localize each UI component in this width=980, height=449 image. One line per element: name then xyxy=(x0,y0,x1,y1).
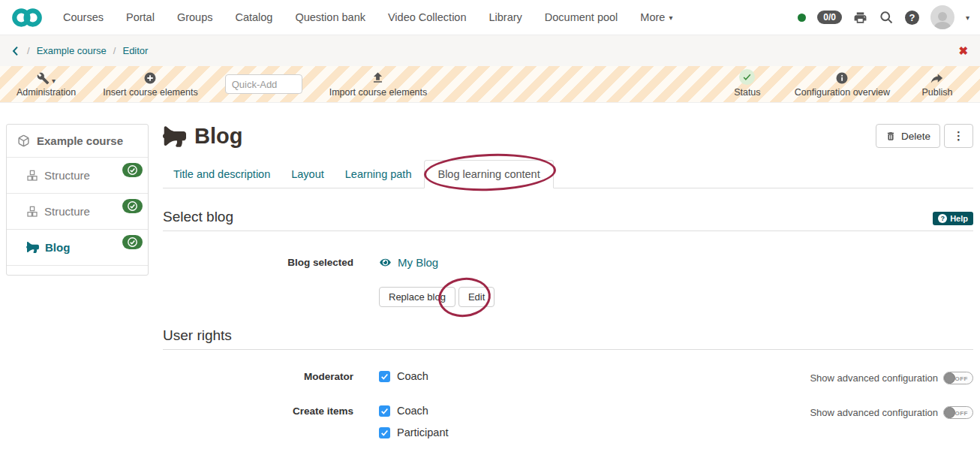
tree-item-structure-2[interactable]: Structure xyxy=(7,194,148,230)
tree-footer xyxy=(7,266,148,275)
nav-item-catalog[interactable]: Catalog xyxy=(235,11,272,23)
toolbar-right-group: Status Configuration overview Publish xyxy=(700,71,963,98)
chat-counter-badge[interactable]: 0/0 xyxy=(817,11,842,24)
checkbox-checked[interactable] xyxy=(379,371,390,382)
breadcrumb: / Example course / Editor ✖ xyxy=(0,35,980,66)
blog-actions-row: Replace blog Edit xyxy=(163,287,973,307)
my-blog-link[interactable]: My Blog xyxy=(379,256,438,269)
moderator-row: Moderator Coach Show advanced configurat… xyxy=(163,371,973,384)
green-check-badge xyxy=(122,199,143,213)
breadcrumb-course-link[interactable]: Example course xyxy=(37,45,107,56)
search-icon[interactable] xyxy=(879,10,894,25)
chevron-down-icon: ▾ xyxy=(669,14,672,22)
toggle-knob xyxy=(944,372,955,384)
kebab-icon: ⋮ xyxy=(953,129,964,143)
content-area: Example course Structure Structure xyxy=(0,103,980,438)
delete-button[interactable]: Delete xyxy=(876,124,940,148)
nav-item-document-pool[interactable]: Document pool xyxy=(545,11,618,23)
import-course-elements-button[interactable]: Import course elements xyxy=(329,71,428,98)
megaphone-icon xyxy=(26,242,39,253)
main-panel: Blog Delete ⋮ Title and description Layo… xyxy=(163,124,973,438)
quick-add-input[interactable] xyxy=(225,74,302,94)
advanced-config-toggle[interactable]: OFF xyxy=(943,406,973,419)
tab-blog-learning-content[interactable]: Blog learning content xyxy=(424,160,553,188)
advanced-config-row-2: Show advanced configuration OFF xyxy=(810,405,973,419)
publish-arrow-icon xyxy=(930,71,945,85)
help-button[interactable]: ? Help xyxy=(933,212,973,225)
chevron-down-icon[interactable]: ▾ xyxy=(966,14,969,22)
tab-layout[interactable]: Layout xyxy=(281,161,335,188)
nav-item-groups[interactable]: Groups xyxy=(177,11,213,23)
top-navbar: Courses Portal Groups Catalog Question b… xyxy=(0,0,980,35)
blog-selected-row: Blog selected My Blog xyxy=(163,256,973,269)
create-items-label: Create items xyxy=(163,405,353,417)
create-items-row: Create items Coach Participant Show adva… xyxy=(163,405,973,438)
toggle-knob xyxy=(944,407,955,418)
question-circle-icon: ? xyxy=(938,214,947,223)
select-blog-section-header: Select blog ? Help xyxy=(163,209,973,231)
create-items-coach-option: Coach xyxy=(379,405,449,417)
nav-item-question-bank[interactable]: Question bank xyxy=(295,11,365,23)
status-button[interactable]: Status xyxy=(721,71,774,98)
structure-blocks-icon xyxy=(26,206,38,218)
back-chevron-icon[interactable] xyxy=(12,46,19,56)
trash-icon xyxy=(885,131,896,142)
page-title: Blog xyxy=(163,124,242,149)
more-options-kebab-button[interactable]: ⋮ xyxy=(944,124,973,148)
green-check-badge xyxy=(122,235,143,249)
replace-blog-button[interactable]: Replace blog xyxy=(379,287,455,307)
topnav-right-group: 0/0 ? ▾ xyxy=(798,5,969,29)
blog-selected-label: Blog selected xyxy=(163,257,353,268)
configuration-overview-button[interactable]: Configuration overview xyxy=(795,71,890,98)
wrench-icon xyxy=(37,72,50,85)
breadcrumb-separator: / xyxy=(27,45,30,56)
advanced-config-toggle[interactable]: OFF xyxy=(943,372,973,384)
user-rights-section-header: User rights xyxy=(163,327,973,350)
user-rights-heading: User rights xyxy=(163,327,232,344)
course-tree-sidebar: Example course Structure Structure xyxy=(6,124,149,276)
breadcrumb-editor-link[interactable]: Editor xyxy=(122,45,148,56)
tree-item-example-course[interactable]: Example course xyxy=(7,125,148,158)
tree-item-blog[interactable]: Blog xyxy=(7,230,148,266)
help-icon[interactable]: ? xyxy=(905,11,919,25)
administration-button[interactable]: ▾ Administration xyxy=(17,71,76,98)
close-icon[interactable]: ✖ xyxy=(958,44,968,58)
select-blog-heading: Select blog xyxy=(163,209,233,225)
publish-button[interactable]: Publish xyxy=(911,71,963,98)
main-header: Blog Delete ⋮ xyxy=(163,124,973,149)
insert-course-elements-button[interactable]: Insert course elements xyxy=(103,71,197,98)
info-icon xyxy=(835,71,849,85)
edit-button[interactable]: Edit xyxy=(458,287,495,307)
checkbox-checked[interactable] xyxy=(379,405,390,417)
status-check-icon xyxy=(739,69,755,85)
tab-bar: Title and description Layout Learning pa… xyxy=(163,160,973,188)
nav-item-library[interactable]: Library xyxy=(488,11,522,23)
nav-item-video-collection[interactable]: Video Collection xyxy=(388,11,467,23)
nav-item-courses[interactable]: Courses xyxy=(63,11,104,23)
tab-learning-path[interactable]: Learning path xyxy=(335,161,422,188)
eye-icon xyxy=(379,258,392,267)
structure-blocks-icon xyxy=(26,170,38,182)
tab-title-and-description[interactable]: Title and description xyxy=(163,161,281,188)
tree-item-structure-1[interactable]: Structure xyxy=(7,158,148,194)
openolat-logo-icon[interactable] xyxy=(11,7,44,29)
upload-icon xyxy=(371,71,385,85)
header-actions: Delete ⋮ xyxy=(876,124,973,148)
nav-item-portal[interactable]: Portal xyxy=(126,11,155,23)
presence-status-icon xyxy=(798,14,806,22)
quick-add-field xyxy=(225,74,302,94)
breadcrumb-separator: / xyxy=(113,45,116,56)
moderator-label: Moderator xyxy=(163,371,353,382)
megaphone-icon xyxy=(163,126,186,147)
print-icon[interactable] xyxy=(853,11,867,25)
checkbox-checked[interactable] xyxy=(379,427,390,438)
editor-toolbar: ▾ Administration Insert course elements … xyxy=(0,66,980,103)
avatar[interactable] xyxy=(930,5,954,29)
moderator-coach-option: Coach xyxy=(379,370,428,382)
advanced-config-row-1: Show advanced configuration OFF xyxy=(810,371,973,384)
chevron-down-icon: ▾ xyxy=(52,77,56,85)
nav-item-more[interactable]: More ▾ xyxy=(640,11,672,23)
plus-circle-icon xyxy=(143,71,157,85)
cube-icon xyxy=(17,134,30,147)
green-check-badge xyxy=(122,163,143,177)
